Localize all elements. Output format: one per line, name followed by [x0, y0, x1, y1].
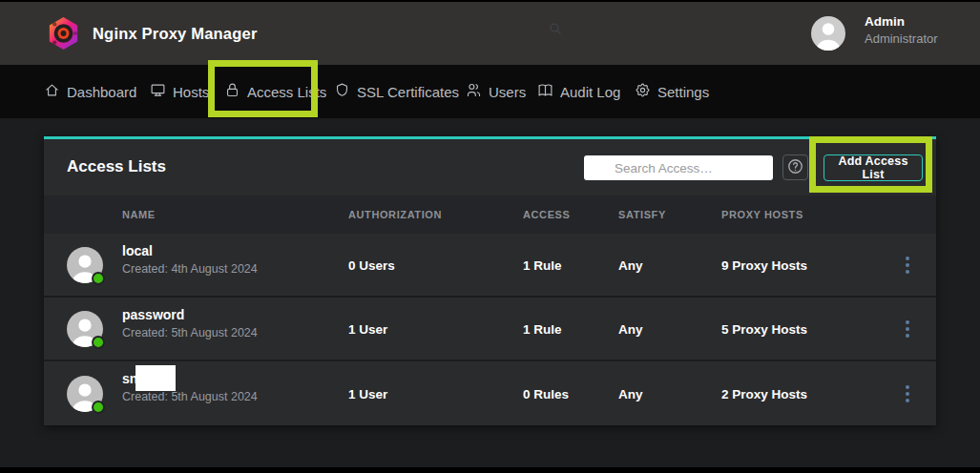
satisfy-cell: Any: [618, 257, 643, 272]
nav-item-label: Settings: [657, 84, 709, 100]
proxy-hosts-cell: 2 Proxy Hosts: [721, 386, 807, 401]
access-cell: 1 Rule: [523, 321, 562, 336]
shield-icon: [334, 82, 350, 101]
status-online-dot: [92, 272, 105, 285]
row-menu-button vertical-ellipsis-icon[interactable]: [900, 383, 915, 404]
access-list-name: password: [122, 308, 258, 321]
table-row[interactable]: password Created: 5th August 2024 1 User…: [44, 298, 936, 361]
nav-item-label: Audit Log: [560, 84, 620, 100]
column-header-access: ACCESS: [523, 209, 570, 220]
row-menu-button vertical-ellipsis-icon[interactable]: [900, 255, 915, 276]
table-row[interactable]: local Created: 4th August 2024 0 Users 1…: [44, 234, 936, 298]
created-date: Created: 5th August 2024: [122, 391, 258, 403]
satisfy-cell: Any: [618, 321, 643, 336]
npm-logo-icon: [46, 15, 81, 51]
search-input[interactable]: [584, 155, 773, 180]
nav-item-label: SSL Certificates: [357, 84, 459, 100]
proxy-hosts-cell: 9 Proxy Hosts: [721, 257, 807, 272]
book-icon: [537, 82, 553, 101]
access-cell: 1 Rule: [523, 257, 562, 272]
avatar: [67, 247, 103, 283]
screen: Nginx Proxy Manager Admin Administrator …: [0, 0, 980, 473]
main-nav: Dashboard Hosts Access Lists SSL Certifi…: [0, 65, 980, 118]
status-online-dot: [92, 401, 105, 414]
access-cell: 0 Rules: [523, 386, 569, 401]
question-circle-icon: [786, 157, 804, 178]
nav-item-users[interactable]: Users: [466, 82, 526, 101]
authorization-cell: 0 Users: [348, 257, 395, 272]
avatar: [67, 311, 103, 347]
home-icon: [44, 82, 60, 101]
satisfy-cell: Any: [618, 386, 643, 401]
authorization-cell: 1 User: [348, 386, 387, 401]
users-icon: [466, 82, 482, 101]
nav-item-dashboard[interactable]: Dashboard: [44, 82, 136, 101]
nav-item-ssl-certificates[interactable]: SSL Certificates: [334, 82, 459, 101]
user-avatar[interactable]: [811, 16, 845, 51]
panel-title: Access Lists: [67, 157, 166, 176]
nav-item-audit-log[interactable]: Audit Log: [537, 82, 620, 101]
add-access-list-button[interactable]: Add Access List: [824, 154, 923, 181]
name-cell: local Created: 4th August 2024: [122, 244, 258, 276]
nav-item-label: Users: [489, 84, 526, 100]
name-cell: password Created: 5th August 2024: [122, 308, 258, 339]
access-list-name: local: [122, 244, 258, 257]
access-lists-panel: Access Lists Add Access List NAME AUTHOR…: [44, 136, 936, 425]
nav-item-settings[interactable]: Settings: [635, 82, 709, 101]
help-button[interactable]: [782, 154, 808, 180]
column-header-proxy-hosts: PROXY HOSTS: [721, 209, 803, 220]
nav-item-hosts[interactable]: Hosts: [150, 82, 209, 101]
authorization-cell: 1 User: [348, 321, 387, 336]
screen-edge-bottom: [0, 467, 980, 473]
app-title: Nginx Proxy Manager: [93, 25, 258, 43]
user-name: Admin: [865, 15, 938, 29]
user-role: Administrator: [865, 32, 938, 45]
proxy-hosts-cell: 5 Proxy Hosts: [721, 321, 807, 336]
lock-icon: [224, 82, 240, 101]
avatar: [67, 376, 103, 412]
nav-item-label: Access Lists: [247, 84, 326, 100]
redaction-box: [136, 365, 176, 391]
monitor-icon: [150, 82, 166, 101]
nav-item-label: Dashboard: [67, 84, 136, 100]
column-header-name: NAME: [122, 209, 156, 220]
row-menu-button vertical-ellipsis-icon[interactable]: [900, 319, 915, 339]
table-header-row: NAME AUTHORIZATION ACCESS SATISFY PROXY …: [44, 195, 936, 234]
gear-icon: [635, 82, 651, 101]
app-header: Nginx Proxy Manager Admin Administrator: [0, 2, 980, 65]
nav-item-label: Hosts: [173, 84, 209, 100]
table-row[interactable]: sn Created: 5th August 2024 1 User 0 Rul…: [44, 361, 936, 425]
created-date: Created: 4th August 2024: [122, 263, 258, 276]
user-info[interactable]: Admin Administrator: [865, 15, 938, 45]
column-header-authorization: AUTHORIZATION: [348, 209, 442, 220]
created-date: Created: 5th August 2024: [122, 327, 258, 339]
nav-item-access-lists[interactable]: Access Lists: [224, 82, 326, 101]
status-online-dot: [92, 336, 105, 349]
column-header-satisfy: SATISFY: [618, 209, 666, 220]
